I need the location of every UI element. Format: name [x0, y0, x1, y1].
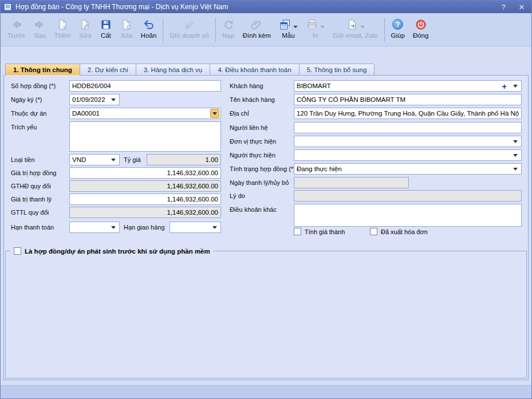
liquidation-value-input[interactable]	[69, 193, 221, 205]
status-bar	[1, 385, 531, 398]
previous-button[interactable]: Trước	[3, 15, 29, 45]
help-button[interactable]: ? Giúp	[387, 15, 409, 45]
customer-name-label: Tên khách hàng	[230, 94, 275, 105]
executor-label: Người thực hiện	[230, 149, 275, 161]
help-window-button[interactable]: ?	[496, 1, 511, 13]
back-arrow-icon	[10, 18, 23, 31]
pencil-icon	[183, 18, 196, 31]
undo-arrow-icon	[143, 18, 155, 31]
printer-icon	[306, 18, 318, 31]
undo-button[interactable]: Hoãn	[137, 15, 161, 45]
toolbar-separator	[215, 18, 216, 42]
edit-document-icon	[79, 18, 92, 31]
template-icon	[279, 18, 291, 31]
edit-button[interactable]: Sửa	[75, 15, 96, 45]
save-button[interactable]: Cất	[96, 15, 116, 45]
pre-software-group: Là hợp đồng/dự án phát sinh trước khi sử…	[5, 247, 527, 378]
combo-dropdown-button[interactable]	[210, 109, 219, 118]
contact-person-label: Người liên hệ	[230, 122, 268, 133]
liquidation-date-label: Ngày thanh lý/hủy bỏ	[230, 177, 289, 188]
close-button[interactable]: Đóng	[409, 15, 433, 45]
contract-status-combobox[interactable]: Đang thực hiện	[294, 163, 522, 175]
toolbar-separator	[163, 18, 163, 42]
payment-due-label: Hạn thanh toán	[11, 222, 54, 233]
tab-hang-hoa-dich-vu[interactable]: 3. Hàng hóa dịch vụ	[136, 64, 210, 76]
chevron-down-icon	[513, 168, 518, 171]
chevron-down-icon	[212, 112, 217, 115]
currency-combobox[interactable]: VND	[69, 154, 120, 165]
reason-input[interactable]	[294, 190, 522, 202]
contract-no-input[interactable]	[69, 80, 221, 92]
summary-textarea[interactable]	[69, 121, 221, 152]
chevron-down-icon	[212, 226, 217, 229]
tab-thong-tin-chung[interactable]: 1. Thông tin chung	[5, 64, 80, 76]
project-label: Thuộc dự án	[11, 108, 46, 119]
delete-document-icon	[120, 18, 133, 31]
other-terms-textarea[interactable]	[294, 204, 522, 227]
executing-unit-label: Đơn vị thực hiện	[230, 136, 276, 147]
currency-label: Loại tiền	[11, 154, 35, 165]
other-terms-label: Điều khoản khác	[230, 204, 277, 215]
print-button[interactable]: In	[302, 15, 329, 45]
exchange-rate-label: Tỷ giá	[124, 154, 141, 165]
chevron-down-icon	[513, 154, 518, 157]
close-window-button[interactable]: ✕	[514, 1, 529, 13]
liquidation-value-converted-input[interactable]	[69, 207, 221, 218]
delete-button[interactable]: Xóa	[116, 15, 137, 45]
filter-bar: Hợp đồng Dự án Chọn số đơn hàng CHƯA GHI…	[1, 46, 531, 64]
next-button[interactable]: Sau	[29, 15, 50, 45]
address-label: Địa chỉ	[230, 108, 249, 119]
add-customer-icon[interactable]: +	[502, 82, 507, 90]
checkbox-box	[294, 228, 301, 235]
contract-value-converted-input[interactable]	[69, 180, 221, 192]
toolbar: Trước Sau Thêm Sửa Cất Xóa Hoãn Gh	[1, 13, 531, 46]
refresh-icon	[222, 18, 235, 31]
checkbox-box	[370, 228, 377, 235]
payment-due-combobox[interactable]	[69, 222, 120, 233]
help-icon: ?	[392, 19, 403, 30]
paperclip-icon	[250, 18, 263, 31]
contract-window: Hợp đồng bán - Công ty TNHH Thương mại -…	[0, 0, 532, 399]
contract-value-input[interactable]	[69, 167, 221, 179]
attach-button[interactable]: Đính kèm	[239, 15, 275, 45]
tab-thong-tin-bo-sung[interactable]: 5. Thông tin bổ sung	[300, 64, 375, 76]
template-button[interactable]: Mẫu	[275, 15, 302, 45]
app-icon	[4, 3, 12, 11]
tab-du-kien-chi[interactable]: 2. Dự kiến chi	[80, 64, 136, 76]
contract-value-label: Giá trị hợp đồng	[11, 167, 56, 179]
chevron-down-icon	[320, 26, 325, 28]
exchange-rate-input[interactable]	[147, 154, 221, 165]
pre-software-checkbox[interactable]: Là hợp đồng/dự án phát sinh trước khi sử…	[10, 247, 214, 255]
liquidation-date-input[interactable]	[294, 177, 409, 188]
toolbar-separator	[384, 18, 385, 42]
address-input[interactable]	[294, 108, 522, 119]
executing-unit-combobox[interactable]	[294, 136, 522, 147]
record-revenue-button[interactable]: Ghi doanh số	[165, 15, 212, 45]
send-document-icon	[346, 18, 358, 31]
chevron-down-icon	[111, 98, 116, 101]
customer-combobox[interactable]: BIBOMART +	[294, 80, 522, 92]
contact-person-input[interactable]	[294, 122, 522, 133]
contract-value-converted-label: GTHĐ quy đổi	[11, 180, 51, 192]
delivery-due-combobox[interactable]	[170, 222, 221, 233]
add-button[interactable]: Thêm	[50, 15, 74, 45]
send-email-zalo-button[interactable]: Gửi email, Zalo	[329, 15, 382, 45]
tab-dieu-khoan-thanh-toan[interactable]: 4. Điều khoản thanh toán	[210, 64, 300, 76]
executor-combobox[interactable]	[294, 149, 522, 161]
invoiced-checkbox[interactable]: Đã xuất hóa đơn	[370, 228, 428, 235]
project-combobox[interactable]: DA00001	[69, 108, 221, 119]
titlebar: Hợp đồng bán - Công ty TNHH Thương mại -…	[1, 1, 531, 13]
customer-name-input[interactable]	[294, 94, 522, 105]
reason-label: Lý do	[230, 190, 245, 202]
chevron-down-icon	[513, 140, 518, 143]
cost-calc-checkbox[interactable]: Tính giá thành	[294, 228, 345, 235]
delivery-due-label: Hạn giao hàng	[124, 222, 165, 233]
power-icon	[415, 18, 427, 31]
liquidation-value-label: Giá trị thanh lý	[11, 193, 52, 205]
summary-label: Trích yếu	[11, 121, 37, 133]
contract-status-label: Tình trạng hợp đồng (*)	[230, 163, 295, 175]
reload-button[interactable]: Nạp	[218, 15, 239, 45]
chevron-down-icon	[111, 226, 116, 229]
sign-date-picker[interactable]: 01/09/2022	[69, 94, 120, 105]
sign-date-label: Ngày ký (*)	[11, 94, 42, 105]
